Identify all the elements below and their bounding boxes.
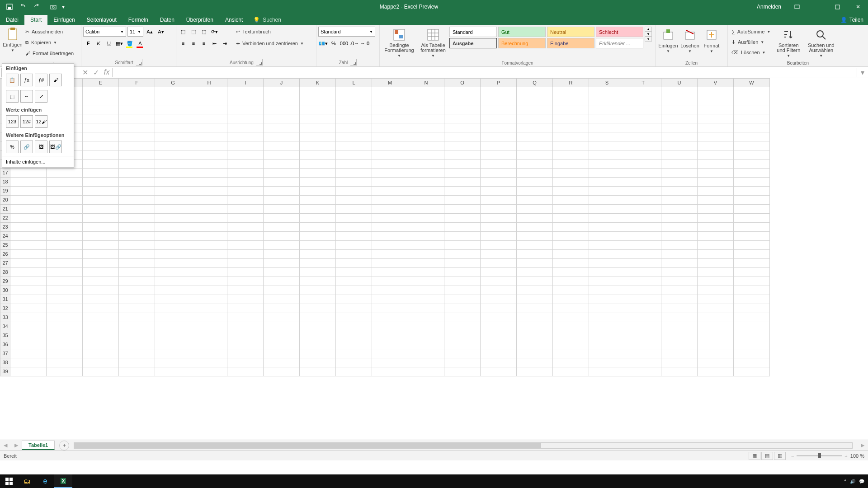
cell[interactable] <box>119 178 155 187</box>
cell[interactable] <box>408 286 444 295</box>
cell[interactable] <box>336 277 372 286</box>
cell[interactable] <box>517 313 553 322</box>
cell[interactable] <box>83 268 119 277</box>
cell[interactable] <box>155 141 191 150</box>
zoom-in-icon[interactable]: + <box>844 453 847 459</box>
cell[interactable] <box>264 241 300 250</box>
cell[interactable] <box>10 223 47 232</box>
column-header[interactable]: K <box>300 78 336 87</box>
paste-formatting-icon[interactable]: % <box>6 141 19 153</box>
cell[interactable] <box>300 87 336 96</box>
cell[interactable] <box>264 295 300 304</box>
column-header[interactable]: V <box>698 78 734 87</box>
cell[interactable] <box>119 141 155 150</box>
cell[interactable] <box>589 114 625 123</box>
cell[interactable] <box>300 367 336 376</box>
cell[interactable] <box>698 349 734 358</box>
cell[interactable] <box>589 340 625 349</box>
cell[interactable] <box>83 105 119 114</box>
cell[interactable] <box>553 132 589 141</box>
cell[interactable] <box>734 313 770 322</box>
page-break-view-icon[interactable]: ▥ <box>774 452 786 460</box>
cell[interactable] <box>336 241 372 250</box>
cell[interactable] <box>227 322 264 331</box>
cell[interactable] <box>227 150 264 160</box>
cell[interactable] <box>372 114 408 123</box>
cell[interactable] <box>517 349 553 358</box>
cell[interactable] <box>372 205 408 214</box>
merge-center-button[interactable]: ⬌Verbinden und zentrieren▼ <box>234 38 306 48</box>
cell[interactable] <box>444 114 481 123</box>
cell[interactable] <box>698 322 734 331</box>
cell[interactable] <box>734 331 770 340</box>
cell[interactable] <box>191 169 227 178</box>
cell[interactable] <box>408 160 444 169</box>
cell[interactable] <box>336 268 372 277</box>
cell[interactable] <box>155 105 191 114</box>
cell[interactable] <box>734 123 770 132</box>
cell[interactable] <box>155 313 191 322</box>
cell[interactable] <box>734 367 770 376</box>
cell-style-option[interactable]: Neutral <box>547 27 594 37</box>
cell[interactable] <box>191 196 227 205</box>
cell[interactable] <box>661 223 698 232</box>
cell[interactable] <box>119 259 155 268</box>
cell[interactable] <box>517 367 553 376</box>
row-header[interactable]: 27 <box>0 259 10 268</box>
cell[interactable] <box>734 349 770 358</box>
cell[interactable] <box>227 367 264 376</box>
cell[interactable] <box>481 214 517 223</box>
zoom-out-icon[interactable]: − <box>791 453 794 459</box>
cell[interactable] <box>553 150 589 160</box>
row-header[interactable]: 39 <box>0 367 10 376</box>
cell[interactable] <box>481 123 517 132</box>
edge-icon[interactable]: e <box>36 474 54 488</box>
cell[interactable] <box>119 295 155 304</box>
cell[interactable] <box>481 87 517 96</box>
cell[interactable] <box>336 223 372 232</box>
cell[interactable] <box>336 358 372 367</box>
cell[interactable] <box>300 358 336 367</box>
cell[interactable] <box>589 96 625 105</box>
font-name-combo[interactable]: Calibri▼ <box>83 27 126 37</box>
cell[interactable] <box>83 250 119 259</box>
cell[interactable] <box>191 277 227 286</box>
cell[interactable] <box>119 250 155 259</box>
paste-button[interactable]: Einfügen ▼ <box>2 26 24 53</box>
cell[interactable] <box>264 322 300 331</box>
cell[interactable] <box>481 259 517 268</box>
cell[interactable] <box>661 331 698 340</box>
cell[interactable] <box>264 205 300 214</box>
cell[interactable] <box>300 187 336 196</box>
cell[interactable] <box>517 114 553 123</box>
cell[interactable] <box>734 340 770 349</box>
cell[interactable] <box>264 268 300 277</box>
cell[interactable] <box>336 150 372 160</box>
cell[interactable] <box>517 205 553 214</box>
cell[interactable] <box>227 259 264 268</box>
cell[interactable] <box>83 160 119 169</box>
cell[interactable] <box>517 150 553 160</box>
cell[interactable] <box>698 304 734 313</box>
cell[interactable] <box>336 214 372 223</box>
cell[interactable] <box>264 169 300 178</box>
cell[interactable] <box>698 358 734 367</box>
clear-button[interactable]: ⌫Löschen▼ <box>730 47 772 57</box>
cell[interactable] <box>227 214 264 223</box>
cell[interactable] <box>408 268 444 277</box>
cell[interactable] <box>661 250 698 259</box>
cell[interactable] <box>698 241 734 250</box>
cell[interactable] <box>300 178 336 187</box>
cell[interactable] <box>444 367 481 376</box>
sheet-nav-next-icon[interactable]: ▶ <box>11 442 22 448</box>
cell[interactable] <box>553 241 589 250</box>
cell[interactable] <box>661 205 698 214</box>
cell[interactable] <box>444 331 481 340</box>
cell[interactable] <box>300 268 336 277</box>
cell[interactable] <box>47 367 83 376</box>
cell[interactable] <box>408 205 444 214</box>
cell[interactable] <box>517 196 553 205</box>
paste-transpose-icon[interactable]: ⤢ <box>35 90 47 103</box>
cell[interactable] <box>264 114 300 123</box>
cell[interactable] <box>83 367 119 376</box>
